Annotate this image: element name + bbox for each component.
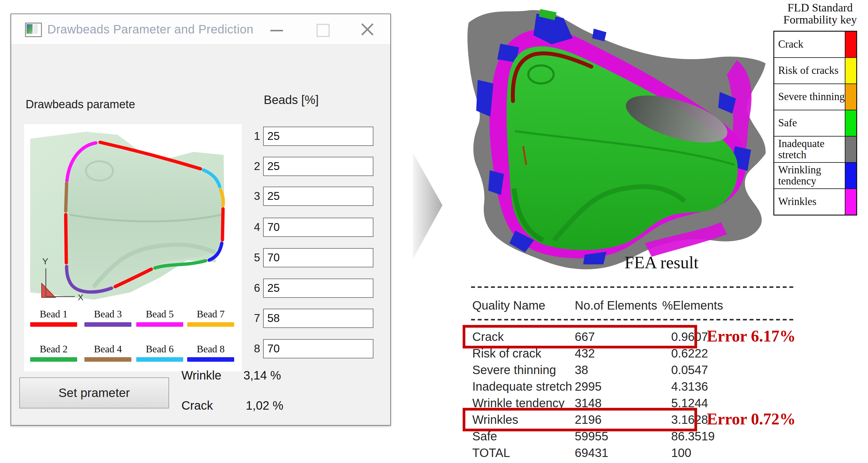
app-icon-art (33, 24, 38, 34)
legend-item: Bead 8 (187, 344, 234, 362)
key-label: Wrinkles (774, 189, 845, 215)
legend-item: Bead 2 (30, 344, 77, 362)
transition-arrow-icon (412, 152, 444, 259)
fld-key-title-line1: FLD Standard (776, 2, 864, 14)
bead-6-input[interactable] (263, 279, 373, 298)
key-label: Crack (774, 32, 845, 57)
close-button[interactable] (354, 14, 380, 44)
key-row-severe-thinning: Severe thinning (774, 84, 856, 110)
legend-color-line (30, 357, 77, 362)
bead4-segment (66, 183, 67, 211)
fld-key-title-line2: Formability key (776, 14, 864, 26)
fld-key-title: FLD Standard Formability key (776, 2, 864, 26)
bead-index: 7 (248, 309, 260, 328)
bead-5-input[interactable] (263, 248, 373, 267)
crack-result-label: Crack (181, 399, 213, 412)
table-divider-header (471, 319, 794, 320)
wrinkles-highlight-box (463, 408, 697, 431)
key-label: Severe thinning (774, 84, 845, 110)
legend-color-line (84, 357, 131, 362)
bead-index: 3 (248, 187, 260, 206)
table-row-name: Severe thinning (472, 362, 556, 377)
axis-x-label: X (78, 293, 84, 302)
key-label: Wrinkling tendency (774, 163, 845, 188)
key-swatch (845, 84, 856, 110)
table-row-percent: 0.0547 (671, 362, 708, 377)
bead-row-1: 1 (248, 127, 375, 146)
bead-1-input[interactable] (263, 127, 373, 146)
bead-4-input[interactable] (263, 218, 373, 237)
wrinkle-result-value: 3,14 % (225, 369, 281, 382)
window-title: Drawbeads Parameter and Prediction (47, 14, 253, 44)
crack-result-value: 1,02 % (216, 399, 284, 412)
table-row-name: TOTAL (472, 445, 510, 460)
bead-7-input[interactable] (263, 309, 373, 328)
legend-label: Bead 5 (136, 309, 183, 320)
axis-y-label: Y (42, 256, 48, 266)
legend-item: Bead 3 (84, 309, 131, 327)
legend-label: Bead 1 (30, 309, 77, 320)
key-swatch (845, 32, 856, 57)
table-row-elements: 38 (575, 362, 588, 377)
table-row-elements: 2995 (575, 379, 601, 394)
bead-row-3: 3 (248, 187, 375, 206)
drawbeads-dialog-window: Drawbeads Parameter and Prediction Drawb… (10, 13, 391, 426)
key-row-crack: Crack (774, 32, 856, 57)
title-bar[interactable]: Drawbeads Parameter and Prediction (11, 14, 390, 44)
legend-color-line (187, 322, 234, 327)
key-label: Inadequate stretch (774, 136, 845, 162)
minimize-button[interactable] (264, 14, 290, 44)
bead1-segment-left (66, 215, 66, 263)
bead-row-5: 5 (248, 248, 375, 267)
bead-2-input[interactable] (263, 157, 373, 176)
table-row-percent: 4.3136 (671, 379, 708, 394)
legend-item: Bead 1 (30, 309, 77, 327)
legend-color-line (187, 357, 234, 362)
part-preview-panel: Y X Bead 1 Bead 3 Bead 5 Bead 7 Bead 2 B… (24, 124, 242, 371)
legend-color-line (136, 322, 183, 327)
crack-error-label: Error 6.17% (707, 327, 796, 345)
maximize-button[interactable] (309, 14, 335, 44)
legend-label: Bead 4 (84, 344, 131, 355)
bead-index: 8 (248, 339, 260, 359)
app-icon (25, 23, 42, 37)
key-label: Risk of cracks (774, 58, 845, 84)
set-parameter-button[interactable]: Set prameter (19, 377, 169, 408)
legend-label: Bead 6 (136, 344, 183, 355)
bead-8-input[interactable] (263, 339, 373, 359)
key-swatch (845, 163, 856, 188)
drawbeads-parameter-label: Drawbeads paramete (26, 98, 135, 111)
legend-label: Bead 2 (30, 344, 77, 355)
key-swatch (845, 110, 856, 136)
crack-result: Crack 1,02 % (181, 398, 283, 413)
col-header-percent-elements: %Elements (662, 298, 723, 313)
bead-row-8: 8 (248, 339, 375, 359)
key-swatch (845, 136, 856, 162)
bead1-segment-right (222, 209, 223, 240)
bead-3-input[interactable] (263, 187, 373, 206)
legend-color-line (136, 357, 183, 362)
wrinkles-error-label: Error 0.72% (707, 410, 796, 428)
legend-color-line (30, 322, 77, 327)
bead-index: 1 (248, 127, 260, 146)
wrinkle-result-label: Wrinkle (181, 369, 221, 382)
bead-index: 5 (248, 248, 260, 267)
col-header-no-of-elements: No.of Elements (575, 298, 657, 313)
fld-formability-key: Crack Risk of cracks Severe thinning Saf… (773, 31, 857, 216)
fea-result-caption: FEA result (586, 253, 737, 272)
legend-item: Bead 7 (187, 309, 234, 327)
key-swatch (845, 58, 856, 84)
wrinkle-result: Wrinkle 3,14 % (181, 368, 281, 382)
bead-index: 2 (248, 157, 260, 176)
legend-color-line (84, 322, 131, 327)
key-row-risk-of-cracks: Risk of cracks (774, 57, 856, 84)
legend-label: Bead 8 (187, 344, 234, 355)
legend-label: Bead 7 (187, 309, 234, 320)
beads-percent-header: Beads [%] (264, 93, 318, 107)
col-header-quality-name: Quality Name (472, 298, 545, 313)
legend-item: Bead 5 (136, 309, 183, 327)
key-row-wrinkles: Wrinkles (774, 188, 856, 215)
bead-index: 4 (248, 218, 260, 237)
key-row-wrinkling-tendency: Wrinkling tendency (774, 162, 856, 188)
table-row-elements: 69431 (575, 445, 608, 460)
